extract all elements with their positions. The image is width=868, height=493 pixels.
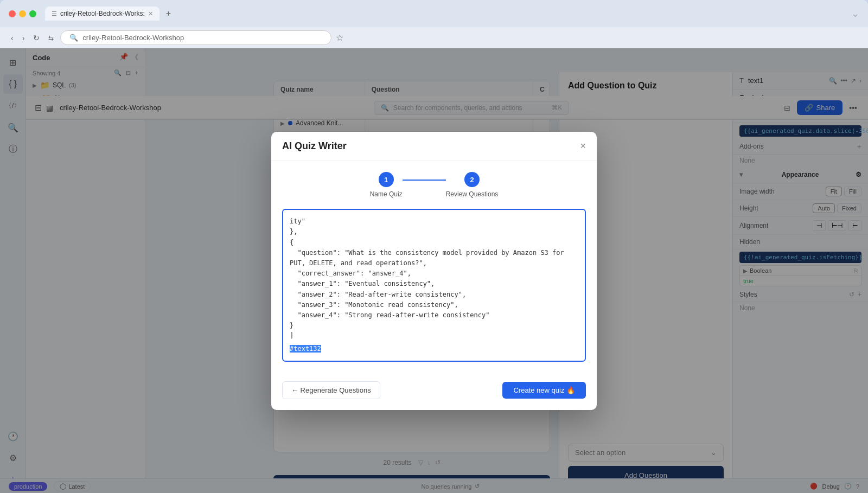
selection-highlight: #text132 xyxy=(290,344,578,354)
code-editor[interactable]: ity" }, { "question": "What is the consi… xyxy=(282,209,586,361)
tab-title: criley-Retool-Bedrock-Works: xyxy=(60,10,145,17)
code-line-10: } xyxy=(290,321,578,331)
browser-nav: ‹ › ↻ ⇆ 🔍 criley-Retool-Bedrock-Workshop… xyxy=(0,27,868,48)
stepper: 1 Name Quiz 2 Review Questions xyxy=(282,172,586,198)
selected-text: #text132 xyxy=(290,345,321,353)
code-line-11: ] xyxy=(290,331,578,341)
minimize-traffic-light[interactable] xyxy=(19,10,26,17)
step-2: 2 Review Questions xyxy=(446,172,499,198)
modal-overlay[interactable]: AI Quiz Writer × 1 Name Quiz 2 xyxy=(0,48,868,493)
step-2-label: Review Questions xyxy=(446,190,499,198)
address-bar[interactable]: 🔍 criley-Retool-Bedrock-Workshop xyxy=(60,30,331,45)
bookmark-button[interactable]: ☆ xyxy=(336,33,343,43)
refresh-button[interactable]: ↻ xyxy=(31,31,42,44)
code-line-6: "answer_1": "Eventual consistency", xyxy=(290,279,578,289)
step-1-circle: 1 xyxy=(379,172,394,187)
share-nav-button[interactable]: ⇆ xyxy=(46,32,56,44)
regenerate-button[interactable]: ← Regenerate Questions xyxy=(282,381,380,399)
step-1-label: Name Quiz xyxy=(370,190,403,198)
tab-close-icon[interactable]: ✕ xyxy=(148,10,153,17)
browser-titlebar: ☰ criley-Retool-Bedrock-Works: ✕ + ⌄ xyxy=(0,0,868,27)
modal-header: AI Quiz Writer × xyxy=(271,132,597,161)
maximize-traffic-light[interactable] xyxy=(29,10,36,17)
new-tab-button[interactable]: + xyxy=(166,9,171,18)
code-line-8: "answer_3": "Monotonic read consistency"… xyxy=(290,300,578,310)
code-line-2: }, xyxy=(290,227,578,237)
chevron-down-icon[interactable]: ⌄ xyxy=(851,8,859,20)
code-line-1: ity" xyxy=(290,216,578,227)
step-line xyxy=(403,180,446,181)
modal-footer: ← Regenerate Questions Create new quiz 🔥 xyxy=(271,381,597,410)
close-traffic-light[interactable] xyxy=(9,10,16,17)
step-1: 1 Name Quiz xyxy=(370,172,403,198)
back-button[interactable]: ‹ xyxy=(9,31,16,44)
modal-body: 1 Name Quiz 2 Review Questions ity" xyxy=(271,161,597,381)
code-line-5: "correct_answer": "answer_4", xyxy=(290,268,578,279)
browser-tab[interactable]: ☰ criley-Retool-Bedrock-Works: ✕ xyxy=(45,7,159,21)
forward-button[interactable]: › xyxy=(20,31,27,44)
code-line-3: { xyxy=(290,238,578,248)
search-icon: 🔍 xyxy=(69,34,78,42)
step-2-circle: 2 xyxy=(464,172,480,187)
code-line-7: "answer_2": "Read-after-write consistenc… xyxy=(290,290,578,300)
code-line-4: "question": "What is the consistency mod… xyxy=(290,248,578,268)
app-url: criley-Retool-Bedrock-Workshop xyxy=(82,34,184,42)
create-quiz-button[interactable]: Create new quiz 🔥 xyxy=(502,382,586,399)
ai-quiz-modal: AI Quiz Writer × 1 Name Quiz 2 xyxy=(271,132,597,409)
traffic-lights xyxy=(9,10,36,17)
modal-title: AI Quiz Writer xyxy=(282,140,580,152)
code-line-9: "answer_4": "Strong read-after-write con… xyxy=(290,310,578,321)
modal-close-button[interactable]: × xyxy=(580,140,586,152)
